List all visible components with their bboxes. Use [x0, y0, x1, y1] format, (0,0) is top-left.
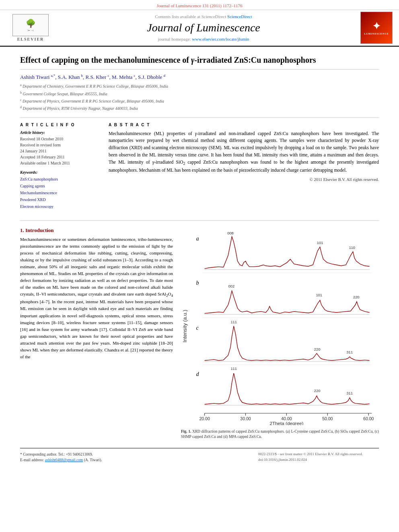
keyword-5: Electron microscopy	[20, 203, 101, 210]
keyword-3: Mechanoluminescence	[20, 189, 101, 196]
keyword-1: ZnS:Cu nanophosphors	[20, 176, 101, 183]
svg-text:002: 002	[228, 284, 235, 288]
xrd-chart: Intensity (a.u.) a 008 101 110	[181, 227, 379, 427]
journal-badge-container: ✦ LUMINESCENCE	[352, 12, 393, 44]
svg-text:d: d	[196, 371, 199, 377]
figure-col: Intensity (a.u.) a 008 101 110	[181, 227, 379, 440]
header-center: Contents lists available at ScienceDirec…	[55, 14, 352, 41]
journal-ref: Journal of Luminescence 131 (2011) 1172–…	[0, 3, 399, 8]
xrd-svg: Intensity (a.u.) a 008 101 110	[181, 227, 379, 425]
sciencedirect-anchor[interactable]: ScienceDirect	[227, 14, 252, 19]
email-attribution: (A. Tiwari).	[84, 458, 102, 462]
affiliation-d: d Department of Physics, RTM University …	[20, 105, 379, 112]
footnote-col: * Corresponding author. Tel.: +91 940621…	[20, 452, 246, 463]
figure-caption: Fig. 1. XRD diffraction patterns of capp…	[181, 429, 379, 440]
keyword-2: Capping agents	[20, 183, 101, 189]
svg-rect-0	[181, 227, 379, 425]
svg-text:Intensity (a.u.): Intensity (a.u.)	[182, 310, 188, 343]
email-label: E-mail address:	[20, 458, 44, 462]
authors-line: Ashish Tiwari a,*, S.A. Khan b, R.S. Khe…	[20, 74, 379, 80]
keywords-block: Keywords: ZnS:Cu nanophosphors Capping a…	[20, 170, 101, 210]
svg-text:c: c	[196, 325, 199, 331]
elsevier-wordmark: ELSEVIER	[17, 37, 44, 41]
svg-text:220: 220	[314, 389, 321, 393]
figure-1: Intensity (a.u.) a 008 101 110	[181, 227, 379, 440]
svg-text:311: 311	[347, 391, 353, 395]
introduction-section: 1. Introduction Mechanoluminescence or s…	[20, 227, 379, 440]
page: Journal of Luminescence 131 (2011) 1172–…	[0, 0, 399, 532]
abstract-text: Mechanoluminescence (ML) properties of γ…	[109, 130, 379, 174]
article-info-abstract: A R T I C L E I N F O Article history: R…	[20, 123, 379, 221]
intro-para-1: Mechanoluminescence or sometimes deforma…	[20, 236, 173, 360]
affiliation-c: c Department of Physics, Government E R …	[20, 98, 379, 105]
svg-text:220: 220	[314, 347, 321, 351]
received-revised-label: Received in revised form	[20, 142, 101, 148]
svg-text:a: a	[196, 235, 199, 241]
header: Journal of Luminescence 131 (2011) 1172–…	[0, 0, 399, 47]
svg-text:50.00: 50.00	[322, 416, 333, 421]
journal-homepage: journal homepage: www.elsevier.com/locat…	[55, 37, 352, 41]
elsevier-logo-container: 🌳 ⊢ ⊣ ELSEVIER	[6, 14, 55, 41]
svg-text:60.00: 60.00	[363, 416, 374, 421]
svg-text:110: 110	[349, 246, 355, 250]
svg-text:30.00: 30.00	[240, 416, 251, 421]
keywords-label: Keywords:	[20, 170, 101, 175]
footer: * Corresponding author. Tel.: +91 940621…	[20, 448, 379, 463]
figure-label: Fig. 1.	[181, 429, 191, 433]
doi-line: doi:10.1016/j.jlumin.2011.02.024	[258, 457, 379, 463]
content-area: Effect of capping on the mechanoluminesc…	[0, 47, 399, 471]
svg-text:2Theta (degree): 2Theta (degree)	[269, 421, 303, 425]
issn-text: 0022-2313/$ - see front matter © 2011 El…	[258, 452, 379, 462]
tree-icon: 🌳	[26, 18, 36, 28]
introduction-body: Mechanoluminescence or sometimes deforma…	[20, 236, 173, 360]
abstract-header: A B S T R A C T	[109, 123, 379, 127]
affiliation-b: b Government College Seepat, Bilaspur 49…	[20, 90, 379, 97]
affiliation-a: a Department of Chemistry, Government E …	[20, 83, 379, 90]
article-info-col: A R T I C L E I N F O Article history: R…	[20, 123, 101, 214]
svg-text:101: 101	[317, 241, 323, 245]
available-date: Available online 1 March 2011	[20, 160, 101, 166]
corresponding-note: * Corresponding author. Tel.: +91 940621…	[20, 452, 246, 463]
journal-title: Journal of Luminescence	[55, 21, 352, 34]
svg-text:008: 008	[227, 231, 234, 235]
journal-reference: Journal of Luminescence 131 (2011) 1172–…	[157, 3, 243, 8]
sciencedirect-link[interactable]: Contents lists available at ScienceDirec…	[55, 14, 352, 19]
svg-text:101: 101	[316, 293, 322, 297]
revised-date: 24 January 2011	[20, 148, 101, 154]
svg-text:b: b	[196, 279, 199, 286]
svg-text:20.00: 20.00	[199, 416, 210, 421]
copyright-text: © 2011 Elsevier B.V. All rights reserved…	[109, 177, 379, 182]
elsevier-logo: 🌳 ⊢ ⊣ ELSEVIER	[6, 14, 55, 41]
elsevier-logo-image: 🌳 ⊢ ⊣	[12, 14, 49, 36]
keywords-list: ZnS:Cu nanophosphors Capping agents Mech…	[20, 176, 101, 210]
journal-badge: ✦ LUMINESCENCE	[360, 12, 393, 44]
affiliations-block: a Department of Chemistry, Government E …	[20, 83, 379, 117]
svg-text:220: 220	[353, 295, 360, 299]
header-main: 🌳 ⊢ ⊣ ELSEVIER Contents lists available …	[0, 10, 399, 46]
issn-col: 0022-2313/$ - see front matter © 2011 El…	[258, 452, 379, 463]
article-info-header: A R T I C L E I N F O	[20, 123, 101, 127]
svg-text:111: 111	[230, 320, 237, 324]
issn-line: 0022-2313/$ - see front matter © 2011 El…	[258, 452, 379, 457]
accepted-date: Accepted 18 February 2011	[20, 154, 101, 160]
introduction-text-col: 1. Introduction Mechanoluminescence or s…	[20, 227, 173, 440]
abstract-col: A B S T R A C T Mechanoluminescence (ML)…	[109, 123, 379, 214]
figure-caption-text: XRD diffraction patterns of capped ZnS:C…	[181, 429, 379, 439]
history-label: Article history:	[20, 130, 101, 135]
svg-text:311: 311	[347, 350, 353, 354]
keyword-4: Powdered XRD	[20, 196, 101, 203]
article-title: Effect of capping on the mechanoluminesc…	[20, 55, 379, 70]
section-number: 1. Introduction	[20, 227, 173, 234]
author-email[interactable]: ashisht0488@gmail.com	[45, 458, 83, 462]
received-date: Received 18 October 2010	[20, 136, 101, 142]
luminescence-icon: ✦	[372, 21, 381, 32]
history-block: Article history: Received 18 October 201…	[20, 130, 101, 166]
svg-text:111: 111	[230, 367, 237, 371]
journal-url[interactable]: www.elsevier.com/locate/jlumin	[192, 37, 249, 41]
